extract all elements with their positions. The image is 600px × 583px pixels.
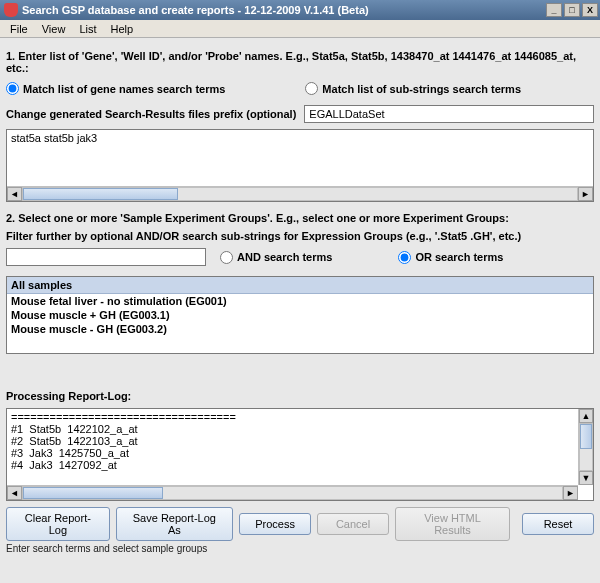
titlebar: Search GSP database and create reports -… — [0, 0, 600, 20]
radio-gene-names[interactable]: Match list of gene names search terms — [6, 82, 225, 95]
save-report-log-button[interactable]: Save Report-Log As — [116, 507, 233, 541]
radio-and-label: AND search terms — [237, 251, 332, 263]
radio-or-input[interactable] — [398, 251, 411, 264]
close-button[interactable]: X — [582, 3, 598, 17]
window-title: Search GSP database and create reports -… — [22, 4, 546, 16]
section1-label: 1. Enter list of 'Gene', 'Well ID', and/… — [6, 50, 594, 74]
maximize-button[interactable]: □ — [564, 3, 580, 17]
content: 1. Enter list of 'Gene', 'Well ID', and/… — [0, 38, 600, 556]
prefix-label: Change generated Search-Results files pr… — [6, 108, 296, 120]
list-item[interactable]: Mouse muscle - GH (EG003.2) — [7, 322, 593, 336]
status-bar: Enter search terms and select sample gro… — [6, 543, 594, 554]
section2-label: 2. Select one or more 'Sample Experiment… — [6, 212, 594, 224]
listbox-header[interactable]: All samples — [7, 277, 593, 294]
reset-button[interactable]: Reset — [522, 513, 594, 535]
view-html-results-button: View HTML Results — [395, 507, 510, 541]
button-row: Clear Report-Log Save Report-Log As Proc… — [6, 507, 594, 541]
scroll-left-icon[interactable]: ◄ — [7, 486, 22, 500]
process-button[interactable]: Process — [239, 513, 311, 535]
menu-view[interactable]: View — [36, 22, 72, 36]
vscroll-thumb[interactable] — [580, 424, 592, 449]
clear-report-log-button[interactable]: Clear Report-Log — [6, 507, 110, 541]
scroll-down-icon[interactable]: ▼ — [579, 471, 593, 485]
filter-input[interactable] — [6, 248, 206, 266]
radio-or[interactable]: OR search terms — [398, 251, 503, 264]
scroll-right-icon[interactable]: ► — [563, 486, 578, 500]
prefix-input[interactable] — [304, 105, 594, 123]
list-item[interactable]: Mouse fetal liver - no stimulation (EG00… — [7, 294, 593, 308]
radio-or-label: OR search terms — [415, 251, 503, 263]
radio-gene-names-label: Match list of gene names search terms — [23, 83, 225, 95]
radio-and-input[interactable] — [220, 251, 233, 264]
menu-file[interactable]: File — [4, 22, 34, 36]
minimize-button[interactable]: _ — [546, 3, 562, 17]
scroll-up-icon[interactable]: ▲ — [579, 409, 593, 423]
report-log-vscroll[interactable]: ▲ ▼ — [578, 409, 593, 485]
search-terms-hscroll[interactable]: ◄ ► — [7, 186, 593, 201]
menubar: File View List Help — [0, 20, 600, 38]
scroll-track[interactable] — [22, 187, 578, 201]
window-buttons: _ □ X — [546, 3, 598, 17]
radio-and[interactable]: AND search terms — [220, 251, 332, 264]
menu-list[interactable]: List — [73, 22, 102, 36]
filter-label: Filter further by optional AND/OR search… — [6, 230, 594, 242]
scroll-left-icon[interactable]: ◄ — [7, 187, 22, 201]
radio-gene-names-input[interactable] — [6, 82, 19, 95]
sample-groups-listbox[interactable]: All samples Mouse fetal liver - no stimu… — [6, 276, 594, 354]
vscroll-track[interactable] — [579, 423, 593, 471]
list-item[interactable]: Mouse muscle + GH (EG003.1) — [7, 308, 593, 322]
cancel-button: Cancel — [317, 513, 389, 535]
radio-sub-strings-input[interactable] — [305, 82, 318, 95]
report-log-area: =================================== #1 S… — [6, 408, 594, 501]
radio-sub-strings-label: Match list of sub-strings search terms — [322, 83, 521, 95]
scroll-thumb[interactable] — [23, 487, 163, 499]
search-terms-wrap: ◄ ► — [6, 129, 594, 202]
java-icon — [4, 3, 18, 17]
scroll-thumb[interactable] — [23, 188, 178, 200]
search-terms-input[interactable] — [7, 130, 593, 186]
report-log-content[interactable]: =================================== #1 S… — [7, 409, 593, 485]
report-log-label: Processing Report-Log: — [6, 390, 594, 402]
report-log-hscroll[interactable]: ◄ ► — [7, 485, 578, 500]
menu-help[interactable]: Help — [105, 22, 140, 36]
radio-sub-strings[interactable]: Match list of sub-strings search terms — [305, 82, 521, 95]
scroll-right-icon[interactable]: ► — [578, 187, 593, 201]
scroll-track[interactable] — [22, 486, 563, 500]
